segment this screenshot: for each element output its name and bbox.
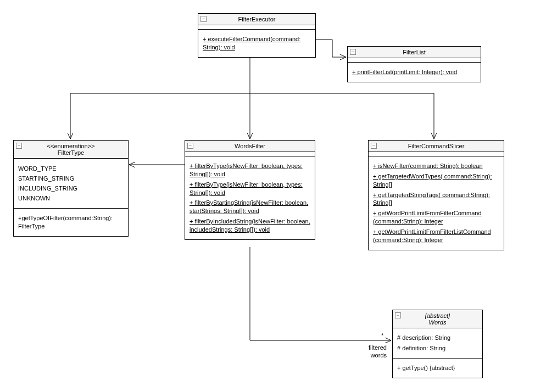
collapse-icon[interactable]: − (395, 312, 401, 318)
class-filter-command-slicer[interactable]: − FilterCommandSlicer + isNewFilter(comm… (368, 140, 504, 250)
role-label-line: filtered (369, 344, 387, 351)
method: + printFilterList(printLimit: Integer): … (352, 68, 476, 76)
enum-value: WORD_TYPE (18, 165, 124, 172)
role-label: filtered words (363, 344, 387, 360)
class-header: − FilterCommandSlicer (369, 141, 504, 152)
enum-value: STARTING_STRING (18, 175, 124, 182)
attr-section (369, 152, 504, 156)
collapse-icon[interactable]: − (16, 143, 22, 149)
attribute: # definition: String (397, 344, 478, 352)
method-section: + executeFilterCommand(command: String):… (198, 30, 315, 57)
method: + filterByType(isNewFilter: boolean, typ… (190, 181, 310, 197)
class-filter-list[interactable]: − FilterList + printFilterList(printLimi… (347, 46, 481, 82)
class-title: Words (396, 319, 479, 326)
class-header: − FilterExecutor (198, 14, 315, 25)
attr-section: # description: String # definition: Stri… (393, 328, 482, 359)
class-filter-type[interactable]: − <<enumeration>> FilterType WORD_TYPE S… (13, 140, 129, 237)
class-header: − FilterList (348, 47, 481, 58)
collapse-icon[interactable]: − (187, 143, 193, 149)
method-section: + getType() {abstract} (393, 359, 482, 378)
class-title: WordsFilter (188, 143, 311, 149)
method-section: + printFilterList(printLimit: Integer): … (348, 63, 481, 82)
role-label-line: words (371, 352, 387, 359)
method: + getType() {abstract} (397, 364, 478, 372)
multiplicity-label: * (381, 332, 383, 339)
method: + isNewFilter(command: String): boolean (373, 162, 499, 170)
class-header: − {abstract} Words (393, 310, 482, 328)
collapse-icon[interactable]: − (371, 143, 377, 149)
attr-section (348, 58, 481, 63)
enum-value: UNKNOWN (18, 195, 124, 201)
class-title: FilterCommandSlicer (372, 143, 500, 149)
class-words-filter[interactable]: − WordsFilter + filterByType(isNewFilter… (185, 140, 315, 240)
attr-section (198, 25, 315, 30)
class-title: FilterExecutor (202, 16, 312, 23)
class-filter-executor[interactable]: − FilterExecutor + executeFilterCommand(… (198, 13, 316, 58)
method: + getWordPrintLimitFromFilterCommand (co… (373, 209, 499, 226)
stereotype: {abstract} (396, 312, 479, 319)
class-title: FilterType (17, 149, 125, 156)
class-words[interactable]: − {abstract} Words # description: String… (392, 310, 483, 378)
enum-values: WORD_TYPE STARTING_STRING INCLUDING_STRI… (14, 159, 128, 209)
method: + filterByIncludedString(isNewFilter: bo… (190, 217, 310, 234)
enum-value: INCLUDING_STRING (18, 185, 124, 192)
method-section: + filterByType(isNewFilter: boolean, typ… (185, 156, 315, 239)
collapse-icon[interactable]: − (200, 16, 207, 22)
method-section: + isNewFilter(command: String): boolean … (369, 156, 504, 250)
class-header: − <<enumeration>> FilterType (14, 141, 128, 159)
method: +getTypeOfFilter(command:String): Filter… (18, 214, 124, 231)
stereotype: <<enumeration>> (17, 143, 125, 149)
attribute: # description: String (397, 334, 478, 342)
collapse-icon[interactable]: − (350, 49, 356, 55)
method: + getTargetedStringTags( command:String)… (373, 191, 499, 208)
attr-section (185, 152, 315, 156)
method: + filterByStartingString(isNewFilter: bo… (190, 199, 310, 215)
class-header: − WordsFilter (185, 141, 315, 152)
method: + getTargetedWordTypes( command:String):… (373, 172, 499, 189)
method: + getWordPrintLimitFromFilterListCommand… (373, 228, 499, 244)
method-section: +getTypeOfFilter(command:String): Filter… (14, 209, 128, 236)
method: + executeFilterCommand(command: String):… (203, 35, 311, 52)
class-title: FilterList (351, 49, 477, 55)
method: + filterByType(isNewFilter: boolean, typ… (190, 162, 310, 178)
